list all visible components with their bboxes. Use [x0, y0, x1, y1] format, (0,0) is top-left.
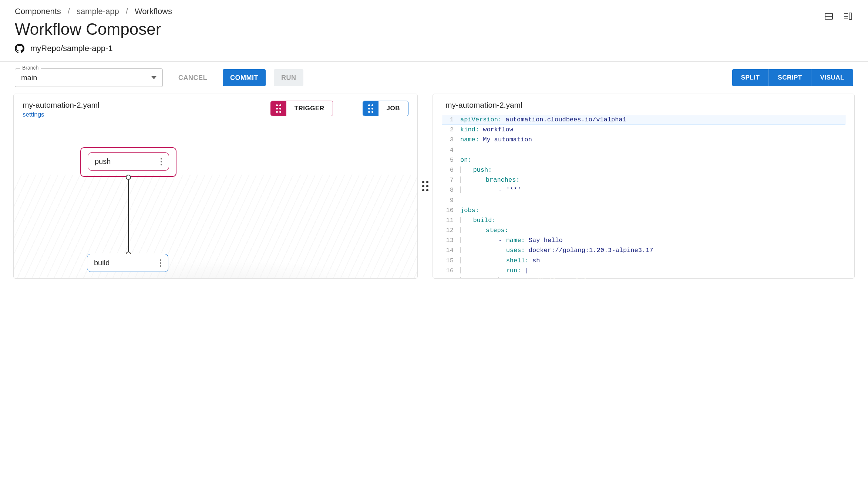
line-number: 4: [442, 145, 460, 155]
code-content: shell: sh: [460, 256, 540, 266]
code-content: branches:: [460, 175, 520, 185]
left-filename: my-automation-2.yaml: [23, 101, 100, 110]
code-content: uses: docker://golang:1.20.3-alpine3.17: [460, 245, 653, 255]
breadcrumb-workflows[interactable]: Workflows: [135, 7, 172, 16]
line-number: 10: [442, 205, 460, 215]
trigger-node-label: push: [95, 157, 111, 166]
code-line[interactable]: 14 uses: docker://golang:1.20.3-alpine3.…: [442, 245, 845, 255]
job-node-build[interactable]: build: [87, 254, 168, 272]
line-number: 1: [442, 115, 460, 125]
code-content: kind: workflow: [460, 125, 513, 135]
line-number: 2: [442, 125, 460, 135]
line-number: 14: [442, 245, 460, 255]
code-line[interactable]: 6 push:: [442, 165, 845, 175]
branch-value: main: [21, 74, 37, 82]
visual-panel: my-automation-2.yaml settings TRIGGER JO…: [13, 94, 418, 279]
actions-row: Branch main CANCEL COMMIT RUN SPLIT SCRI…: [0, 61, 868, 94]
line-number: 13: [442, 235, 460, 245]
code-line[interactable]: 13 - name: Say hello: [442, 235, 845, 245]
page-title: Workflow Composer: [15, 20, 853, 38]
code-line[interactable]: 10jobs:: [442, 205, 845, 215]
line-number: 7: [442, 175, 460, 185]
code-content: apiVersion: automation.cloudbees.io/v1al…: [460, 115, 626, 125]
code-content: on:: [460, 155, 472, 165]
view-visual[interactable]: VISUAL: [811, 69, 853, 86]
job-node-label: build: [94, 259, 110, 267]
line-number: 5: [442, 155, 460, 165]
job-pill-label: JOB: [379, 101, 408, 116]
drag-handle-icon[interactable]: [271, 101, 286, 116]
code-line[interactable]: 5on:: [442, 155, 845, 165]
workflow-graph[interactable]: push build: [14, 125, 417, 266]
kebab-menu-icon[interactable]: [161, 158, 162, 165]
line-number: 11: [442, 215, 460, 225]
branch-select[interactable]: main: [15, 68, 163, 87]
line-number: 17: [442, 276, 460, 279]
code-line[interactable]: 9: [442, 195, 845, 205]
repo-path: myRepo/sample-app-1: [30, 44, 113, 53]
code-content: steps:: [460, 225, 508, 235]
view-switch: SPLIT SCRIPT VISUAL: [732, 69, 853, 86]
svg-rect-5: [849, 13, 852, 20]
code-content: run: |: [460, 266, 529, 276]
line-number: 9: [442, 195, 460, 205]
view-split[interactable]: SPLIT: [732, 69, 769, 86]
view-script[interactable]: SCRIPT: [768, 69, 811, 86]
job-pill[interactable]: JOB: [363, 101, 408, 116]
run-button: RUN: [274, 69, 304, 86]
code-content: jobs:: [460, 205, 479, 215]
trigger-pill-label: TRIGGER: [286, 101, 333, 116]
code-editor[interactable]: 1apiVersion: automation.cloudbees.io/v1a…: [442, 115, 845, 279]
line-number: 6: [442, 165, 460, 175]
breadcrumb: Components / sample-app / Workflows: [15, 7, 853, 16]
code-line[interactable]: 17 echo "hello world": [442, 276, 845, 279]
commit-button[interactable]: COMMIT: [223, 69, 266, 86]
code-content: name: My automation: [460, 135, 532, 145]
branch-label: Branch: [20, 65, 41, 71]
trigger-pill[interactable]: TRIGGER: [270, 101, 333, 116]
breadcrumb-app[interactable]: sample-app: [77, 7, 119, 16]
code-line[interactable]: 2kind: workflow: [442, 125, 845, 135]
split-resizer[interactable]: [418, 94, 433, 279]
code-line[interactable]: 4: [442, 145, 845, 155]
drag-handle-icon: [422, 181, 428, 191]
layout-rows-icon[interactable]: [824, 11, 834, 21]
code-line[interactable]: 8 - '**': [442, 185, 845, 195]
github-icon: [15, 44, 24, 53]
code-line[interactable]: 16 run: |: [442, 266, 845, 276]
line-number: 16: [442, 266, 460, 276]
repo-line: myRepo/sample-app-1: [15, 44, 853, 53]
line-number: 12: [442, 225, 460, 235]
kebab-menu-icon[interactable]: [160, 259, 161, 267]
drag-handle-icon[interactable]: [363, 101, 379, 116]
line-number: 3: [442, 135, 460, 145]
breadcrumb-sep: /: [126, 7, 128, 16]
breadcrumb-sep: /: [68, 7, 70, 16]
line-number: 15: [442, 256, 460, 266]
node-port[interactable]: [126, 175, 131, 180]
code-content: echo "hello world": [460, 276, 587, 279]
code-line[interactable]: 3name: My automation: [442, 135, 845, 145]
right-filename: my-automation-2.yaml: [445, 101, 845, 110]
code-content: - name: Say hello: [460, 235, 563, 245]
code-content: - '**': [460, 185, 521, 195]
code-line[interactable]: 7 branches:: [442, 175, 845, 185]
cancel-button[interactable]: CANCEL: [171, 69, 215, 86]
layout-list-icon[interactable]: [843, 11, 853, 21]
breadcrumb-components[interactable]: Components: [15, 7, 61, 16]
code-line[interactable]: 12 steps:: [442, 225, 845, 235]
code-content: build:: [460, 215, 496, 225]
code-line[interactable]: 1apiVersion: automation.cloudbees.io/v1a…: [442, 115, 845, 125]
line-number: 8: [442, 185, 460, 195]
code-line[interactable]: 11 build:: [442, 215, 845, 225]
graph-edge: [128, 180, 129, 254]
code-line[interactable]: 15 shell: sh: [442, 256, 845, 266]
code-content: push:: [460, 165, 492, 175]
settings-link[interactable]: settings: [23, 111, 100, 118]
trigger-node-push[interactable]: push: [88, 152, 169, 171]
chevron-down-icon: [151, 74, 157, 82]
code-panel: my-automation-2.yaml 1apiVersion: automa…: [433, 94, 855, 279]
